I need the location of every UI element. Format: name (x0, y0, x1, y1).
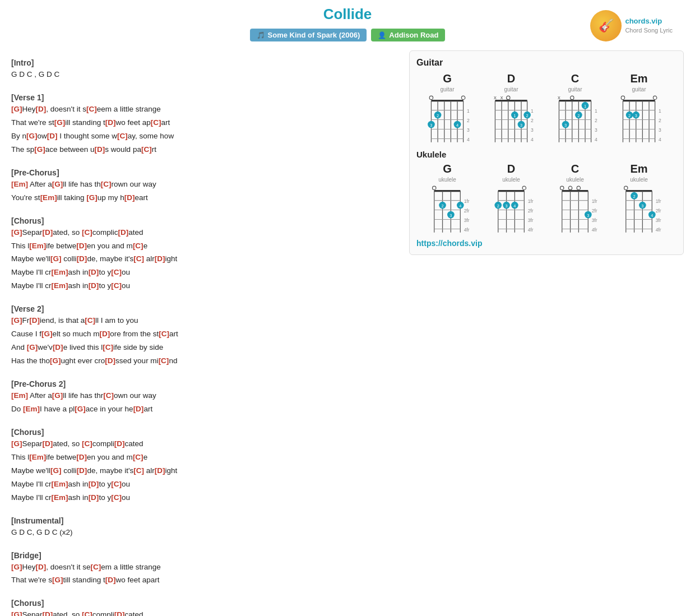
svg-text:2fr: 2fr (528, 208, 534, 214)
chord-inline: [D] (89, 268, 99, 276)
svg-text:3: 3 (505, 203, 507, 209)
chord-inline: [D] (89, 281, 99, 290)
logo: 🎸 chords.vip Chord Song Lyric (590, 10, 673, 41)
chord-inline: [D] (100, 330, 110, 338)
chord-inline: [Em] (11, 391, 28, 400)
chord-inline: [C] (90, 563, 101, 571)
section-label: [Verse 2] (11, 304, 398, 313)
lyric-line: By n[G]ow[D] I thought some w[C]ay, some… (11, 130, 398, 143)
svg-text:2: 2 (441, 203, 443, 209)
chord-inline: [G] (54, 118, 66, 127)
svg-text:2: 2 (497, 203, 499, 209)
svg-text:1fr: 1fr (656, 198, 661, 204)
chord-inline: [C] (101, 180, 112, 188)
svg-text:1fr: 1fr (659, 108, 661, 114)
chord-inline: [G] (27, 343, 38, 351)
lyric-line: Maybe I'll cr[Em]ash in[D]to y[C]ou (11, 492, 398, 504)
chord-inline: [G] (75, 405, 86, 413)
chord-inline: [G] (52, 391, 63, 400)
svg-point-82 (653, 96, 656, 99)
section-label: [Verse 1] (11, 93, 398, 102)
artist-badge[interactable]: 👤 Addison Road (371, 29, 445, 41)
svg-text:4: 4 (651, 213, 653, 218)
lyric-line: Has the tho[G]ught ever cro[D]ssed your … (11, 355, 398, 368)
chord-inline: [D] (124, 193, 135, 202)
lyric-line: The sp[G]ace between u[D]s would pa[C]rt (11, 143, 398, 156)
svg-text:3fr: 3fr (467, 127, 470, 133)
chord-inline: [C] (111, 268, 122, 276)
chord-C-guitar: C guitar (544, 72, 606, 144)
svg-text:4: 4 (459, 203, 461, 209)
section-label: [Chorus] (11, 216, 398, 225)
svg-text:4fr: 4fr (531, 137, 534, 142)
chord-inline: [C] (159, 356, 169, 365)
svg-text:2: 2 (526, 113, 529, 118)
album-badge[interactable]: 🎵 Some Kind of Spark (2006) (250, 29, 367, 41)
section-label: [Pre-Chorus 2] (11, 379, 398, 388)
chord-inline: [D] (133, 405, 144, 413)
chord-inline: [C] (85, 316, 95, 325)
svg-text:2fr: 2fr (467, 118, 470, 123)
chord-inline: [G] (11, 563, 22, 571)
svg-text:2fr: 2fr (659, 118, 661, 123)
chord-inline: [C] (159, 330, 169, 338)
svg-text:x: x (494, 94, 497, 100)
chord-inline: [D] (105, 576, 116, 584)
svg-text:2fr: 2fr (464, 208, 470, 214)
lyric-line: Cause I f[G]elt so much m[D]ore from the… (11, 328, 398, 341)
svg-text:4fr: 4fr (464, 227, 470, 233)
chord-inline: [G] (11, 228, 22, 237)
person-icon: 👤 (378, 31, 386, 39)
svg-point-142 (577, 186, 580, 189)
svg-text:1fr: 1fr (528, 198, 534, 204)
chord-inline: [D] (43, 610, 53, 616)
lyric-line: And [G]we'v[D]e lived this l[C]ife side … (11, 341, 398, 354)
svg-text:3fr: 3fr (595, 127, 597, 133)
lyric-line: [Em] After a[G]ll life has thr[C]own our… (11, 390, 398, 402)
ukulele-chords-row: G ukulele (416, 163, 677, 234)
chord-inline: [C] (86, 105, 97, 113)
lyric-line: G D C, G D C (x2) (11, 526, 398, 539)
lyric-line: This l[Em]ife betwe[D]en you and m[C]e (11, 451, 398, 464)
chord-panel-url: https://chords.vip (416, 239, 677, 248)
lyric-line: That we're st[G]ill standing t[D]wo feet… (11, 117, 398, 129)
svg-text:2: 2 (628, 113, 631, 118)
svg-text:3fr: 3fr (659, 127, 661, 133)
chord-inline: [D] (118, 228, 129, 237)
logo-text: chords.vip Chord Song Lyric (625, 17, 673, 34)
chord-C-ukulele: C ukulele (544, 163, 606, 234)
svg-text:1: 1 (513, 113, 516, 118)
svg-text:2: 2 (633, 194, 635, 199)
chord-G-ukulele: G ukulele (416, 163, 478, 234)
logo-icon: 🎸 (590, 10, 622, 41)
svg-point-36 (507, 96, 510, 99)
chord-inline: [C] (151, 118, 161, 127)
chord-G-guitar: G guitar (416, 72, 478, 144)
chord-inline: [C] (82, 610, 92, 616)
svg-text:2: 2 (577, 113, 580, 118)
section-label: [Bridge] (11, 551, 398, 560)
svg-text:3fr: 3fr (592, 217, 597, 223)
chord-inline: [D] (36, 105, 47, 113)
chord-inline: [C] (133, 242, 143, 250)
chord-inline: [Em] (52, 480, 68, 488)
chord-inline: [C] (117, 132, 128, 140)
svg-text:2fr: 2fr (531, 118, 534, 123)
chord-inline: [D] (95, 145, 105, 154)
chord-inline: [G] (50, 466, 62, 475)
lyric-line: Maybe we'll[G] colli[D]de, maybe it's[C]… (11, 253, 398, 266)
chord-inline: [G] (11, 316, 22, 325)
svg-text:x: x (501, 94, 503, 100)
chord-inline: [D] (76, 242, 87, 250)
svg-point-59 (571, 96, 574, 99)
section-label: [Instrumental] (11, 516, 398, 525)
lyric-line: [G]Hey[D], doesn't it s[C]eem a little s… (11, 103, 398, 116)
chord-inline: [C] (133, 453, 143, 461)
content-layout: [Intro]G D C , G D C[Verse 1][G]Hey[D], … (11, 50, 684, 616)
svg-text:3: 3 (635, 113, 637, 118)
chord-D-guitar: D guitar (480, 72, 542, 144)
svg-text:3: 3 (520, 123, 522, 128)
svg-text:2fr: 2fr (595, 118, 597, 123)
svg-text:1fr: 1fr (464, 198, 470, 204)
chord-inline: [D] (36, 563, 47, 571)
